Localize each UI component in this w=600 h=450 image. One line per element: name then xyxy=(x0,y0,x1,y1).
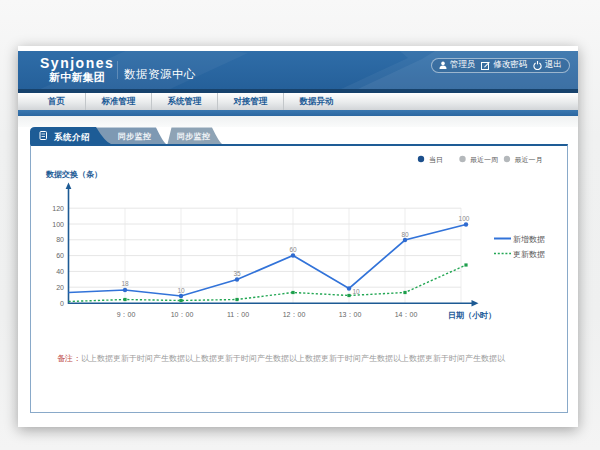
svg-text:80: 80 xyxy=(56,236,64,243)
svg-text:18: 18 xyxy=(121,280,129,287)
svg-text:同步监控: 同步监控 xyxy=(118,132,152,141)
svg-text:同步监控: 同步监控 xyxy=(177,132,211,141)
svg-text:60: 60 xyxy=(289,246,297,253)
svg-text:60: 60 xyxy=(56,252,64,259)
svg-text:最近一周: 最近一周 xyxy=(470,156,498,163)
svg-text:100: 100 xyxy=(459,215,470,222)
svg-text:0: 0 xyxy=(60,300,64,307)
svg-text:12：00: 12：00 xyxy=(283,311,306,318)
svg-text:更新数据: 更新数据 xyxy=(513,250,545,259)
svg-text:120: 120 xyxy=(52,205,64,212)
svg-text:35: 35 xyxy=(233,270,241,277)
svg-text:新增数据: 新增数据 xyxy=(513,235,545,244)
svg-text:9：00: 9：00 xyxy=(117,311,136,318)
svg-text:13：00: 13：00 xyxy=(339,311,362,318)
svg-text:10: 10 xyxy=(352,288,360,295)
svg-text:10: 10 xyxy=(177,287,185,294)
svg-text:11：00: 11：00 xyxy=(227,311,249,318)
svg-text:日期（小时）: 日期（小时） xyxy=(448,311,496,320)
svg-text:系统介绍: 系统介绍 xyxy=(53,132,90,142)
svg-text:当日: 当日 xyxy=(429,156,443,164)
svg-text:数据交换（条）: 数据交换（条） xyxy=(45,170,102,179)
svg-text:40: 40 xyxy=(56,268,64,275)
svg-text:100: 100 xyxy=(52,221,64,228)
svg-text:最近一月: 最近一月 xyxy=(515,156,543,164)
svg-text:14：00: 14：00 xyxy=(395,311,418,318)
svg-text:20: 20 xyxy=(56,284,64,291)
svg-text:80: 80 xyxy=(401,231,409,238)
svg-text:10：00: 10：00 xyxy=(171,311,194,318)
